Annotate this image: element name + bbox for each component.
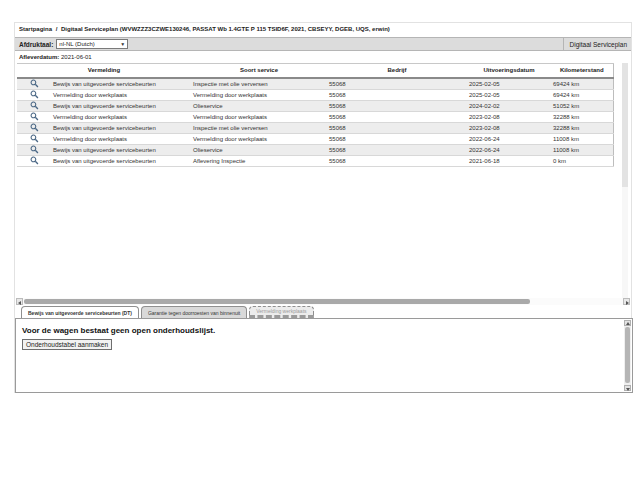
service-history-table: Vermelding Soort service Bedrijf Uitvoer… (17, 63, 614, 167)
table-row: Bewijs van uitgevoerde servicebeurtenOli… (17, 100, 613, 111)
cell-kilometerstand: 11008 km (551, 144, 613, 155)
cell-soort-service: Aflevering Inspectie (191, 155, 327, 166)
cell-soort-service: Vermelding door werkplaats (191, 133, 327, 144)
cell-bedrijf: 55068 (327, 78, 467, 90)
column-header-kilometerstand: Kilometerstand (551, 64, 613, 78)
cell-soort-service: Inspectie met olie verversen (191, 78, 327, 90)
cell-uitvoeringsdatum: 2022-06-24 (467, 133, 551, 144)
column-header-uitvoeringsdatum: Uitvoeringsdatum (467, 64, 551, 78)
cell-vermelding: Bewijs van uitgevoerde servicebeurten (51, 144, 191, 155)
cell-soort-service: Vermelding door werkplaats (191, 89, 327, 100)
cell-bedrijf: 55068 (327, 155, 467, 166)
maintenance-panel: Voor de wagen bestaat geen open onderhou… (15, 318, 633, 393)
magnifier-icon[interactable] (30, 123, 39, 132)
cell-kilometerstand: 32288 km (551, 122, 613, 133)
cell-uitvoeringsdatum: 2025-02-05 (467, 78, 551, 90)
horizontal-scrollbar[interactable] (16, 298, 630, 305)
column-header-bedrijf: Bedrijf (327, 64, 467, 78)
table-row: Bewijs van uitgevoerde servicebeurtenOli… (17, 144, 613, 155)
panel-vertical-scrollbar-thumb[interactable] (625, 327, 630, 383)
scroll-up-arrow-icon[interactable] (624, 320, 631, 326)
screen: Startpagina / Digitaal Serviceplan (WVWZ… (0, 0, 640, 480)
toolbar: Afdruktaal: nl-NL (Dutch) ▼ Digitaal Ser… (15, 37, 631, 51)
row-icon-cell (17, 155, 51, 166)
cell-uitvoeringsdatum: 2024-02-02 (467, 100, 551, 111)
breadcrumb: Startpagina / Digitaal Serviceplan (WVWZ… (19, 26, 390, 32)
cell-soort-service: Vermelding door werkplaats (191, 111, 327, 122)
cell-soort-service: Olieservice (191, 100, 327, 111)
breadcrumb-home-link[interactable]: Startpagina (19, 26, 52, 32)
tab-bar: Bewijs van uitgevoerde servicebeurten (D… (21, 306, 314, 318)
table-vertical-scrollbar-thumb[interactable] (622, 63, 628, 187)
magnifier-icon[interactable] (30, 145, 39, 154)
cell-uitvoeringsdatum: 2023-02-08 (467, 111, 551, 122)
cell-vermelding: Vermelding door werkplaats (51, 89, 191, 100)
magnifier-icon[interactable] (30, 90, 39, 99)
cell-bedrijf: 55068 (327, 133, 467, 144)
cell-uitvoeringsdatum: 2023-02-08 (467, 122, 551, 133)
cell-kilometerstand: 11008 km (551, 133, 613, 144)
create-maintenance-table-button[interactable]: Onderhoudstabel aanmaken (22, 339, 112, 350)
cell-bedrijf: 55068 (327, 89, 467, 100)
table-row: Bewijs van uitgevoerde servicebeurtenAfl… (17, 155, 613, 166)
magnifier-icon[interactable] (30, 79, 39, 88)
column-header-soort-service: Soort service (191, 64, 327, 78)
print-language-dropdown[interactable]: nl-NL (Dutch) ▼ (56, 39, 128, 49)
column-header-vermelding: Vermelding (17, 64, 191, 78)
row-icon-cell (17, 133, 51, 144)
scroll-left-arrow-icon[interactable] (16, 298, 23, 305)
no-open-maintenance-message: Voor de wagen bestaat geen open onderhou… (22, 326, 215, 335)
scroll-down-arrow-icon[interactable] (624, 385, 631, 391)
cell-soort-service: Inspectie met olie verversen (191, 122, 327, 133)
magnifier-icon[interactable] (30, 156, 39, 165)
print-language-value: nl-NL (Dutch) (59, 41, 94, 47)
cell-uitvoeringsdatum: 2025-02-05 (467, 89, 551, 100)
row-icon-cell (17, 78, 51, 90)
breadcrumb-current: Digitaal Serviceplan (WVWZZZ3CZWE130246,… (61, 26, 390, 32)
panel-vertical-scrollbar[interactable] (624, 320, 631, 391)
cell-vermelding: Bewijs van uitgevoerde servicebeurten (51, 155, 191, 166)
horizontal-scrollbar-thumb[interactable] (24, 299, 530, 304)
table-vertical-scrollbar[interactable] (622, 63, 628, 299)
magnifier-icon[interactable] (30, 112, 39, 121)
cell-vermelding: Bewijs van uitgevoerde servicebeurten (51, 78, 191, 90)
scroll-right-arrow-icon[interactable] (623, 298, 630, 305)
table-row: Bewijs van uitgevoerde servicebeurtenIns… (17, 122, 613, 133)
tab-vermelding-werkplaats: Vermelding werkplaats (249, 306, 313, 318)
print-language-label: Afdruktaal: (19, 41, 53, 48)
cell-kilometerstand: 69424 km (551, 89, 613, 100)
magnifier-icon[interactable] (30, 101, 39, 110)
cell-vermelding: Vermelding door werkplaats (51, 111, 191, 122)
cell-uitvoeringsdatum: 2021-06-18 (467, 155, 551, 166)
cell-vermelding: Bewijs van uitgevoerde servicebeurten (51, 100, 191, 111)
table-row: Bewijs van uitgevoerde servicebeurtenIns… (17, 78, 613, 90)
digital-serviceplan-window: Startpagina / Digitaal Serviceplan (WVWZ… (14, 22, 632, 393)
magnifier-icon[interactable] (30, 134, 39, 143)
delivery-date: Afleverdatum: 2021-06-01 (19, 54, 92, 60)
table-header: Vermelding Soort service Bedrijf Uitvoer… (17, 64, 613, 78)
tab-garantie-tegen-doorroesten-van-binnenuit[interactable]: Garantie tegen doorroesten van binnenuit (141, 306, 247, 318)
cell-vermelding: Bewijs van uitgevoerde servicebeurten (51, 122, 191, 133)
module-title: Digitaal Serviceplan (563, 38, 627, 50)
cell-bedrijf: 55068 (327, 111, 467, 122)
table-row: Vermelding door werkplaatsVermelding doo… (17, 89, 613, 100)
cell-bedrijf: 55068 (327, 122, 467, 133)
cell-kilometerstand: 69424 km (551, 78, 613, 90)
row-icon-cell (17, 144, 51, 155)
cell-bedrijf: 55068 (327, 100, 467, 111)
service-table-body: Bewijs van uitgevoerde servicebeurtenIns… (17, 78, 613, 167)
table-row: Vermelding door werkplaatsVermelding doo… (17, 111, 613, 122)
row-icon-cell (17, 89, 51, 100)
cell-soort-service: Olieservice (191, 144, 327, 155)
delivery-date-value: 2021-06-01 (61, 54, 92, 60)
row-icon-cell (17, 100, 51, 111)
breadcrumb-separator: / (54, 26, 60, 32)
chevron-down-icon: ▼ (120, 41, 125, 47)
cell-vermelding: Vermelding door werkplaats (51, 133, 191, 144)
cell-kilometerstand: 51052 km (551, 100, 613, 111)
table-row: Vermelding door werkplaatsVermelding doo… (17, 133, 613, 144)
cell-bedrijf: 55068 (327, 144, 467, 155)
tab-bewijs-van-uitgevoerde-servicebeurten-dt[interactable]: Bewijs van uitgevoerde servicebeurten (D… (21, 306, 139, 318)
cell-kilometerstand: 32288 km (551, 111, 613, 122)
row-icon-cell (17, 111, 51, 122)
